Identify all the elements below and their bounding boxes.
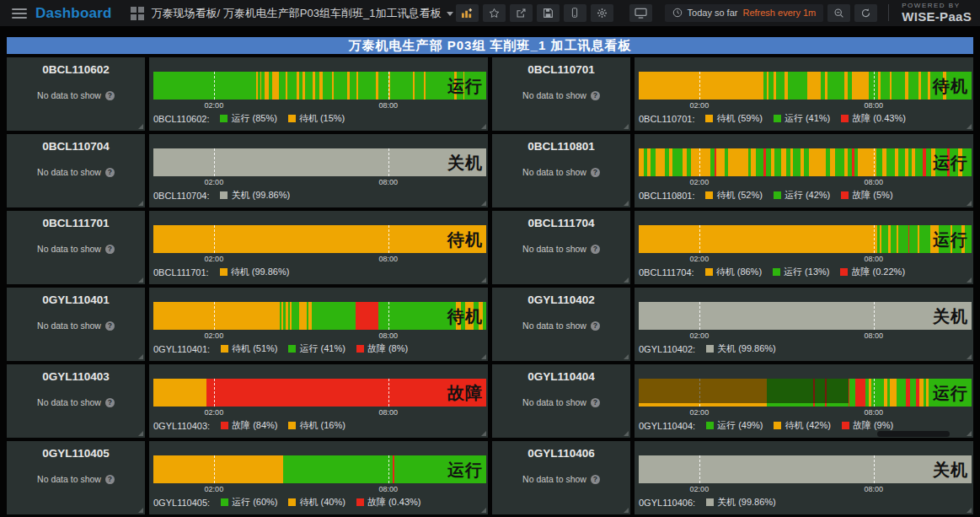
status-timeline[interactable]: 运行: [639, 225, 972, 253]
status-timeline[interactable]: 关机: [639, 455, 972, 483]
legend-entry: 故障 (84%): [221, 419, 277, 432]
status-timeline[interactable]: 运行: [639, 379, 972, 407]
status-timeline[interactable]: 运行: [153, 72, 486, 100]
status-timeline[interactable]: 运行: [639, 148, 972, 176]
help-icon[interactable]: ?: [105, 398, 115, 407]
axis-tick-label: 02:00: [690, 331, 710, 340]
status-timeline[interactable]: 待机: [153, 225, 486, 253]
help-icon[interactable]: ?: [105, 168, 115, 177]
legend-machine-id: 0GYL110406:: [639, 498, 695, 508]
breadcrumb[interactable]: 万泰现场看板/ 万泰机电生产部P03组车削班_1加工讯息看板: [152, 6, 454, 21]
star-button[interactable]: [483, 4, 506, 22]
timeline-legend: 0BCL110602:运行 (85%)待机 (15%): [153, 112, 486, 125]
share-button[interactable]: [510, 4, 533, 22]
settings-button[interactable]: [591, 4, 613, 22]
legend-color-swatch: [705, 268, 713, 276]
machine-id[interactable]: 0BCL110801: [492, 140, 630, 153]
no-data-text: No data to show?: [7, 90, 145, 100]
hamburger-menu-icon[interactable]: [12, 6, 27, 21]
machine-id[interactable]: 0GYL110404: [492, 370, 630, 383]
machine-id[interactable]: 0GYL110406: [492, 447, 630, 460]
legend-color-swatch: [288, 422, 296, 429]
gridline: [388, 148, 389, 176]
timeline-segment-off: [639, 455, 972, 483]
machine-id[interactable]: 0BCL111704: [492, 217, 630, 229]
gridline: [874, 148, 875, 176]
current-status-label: 待机: [447, 308, 483, 325]
timeline-segment-idle: [656, 148, 666, 176]
save-button[interactable]: [537, 4, 560, 22]
help-icon[interactable]: ?: [105, 245, 115, 254]
gridline: [214, 72, 215, 100]
axis-tick-label: 08:00: [379, 255, 399, 263]
axis-tick-label: 08:00: [865, 178, 884, 186]
legend-entry: 待机 (52%): [705, 189, 762, 202]
legend-machine-id: 0BCL111704:: [639, 267, 694, 277]
status-timeline[interactable]: 关机: [639, 302, 972, 330]
axis-tick-label: 08:00: [865, 408, 884, 417]
help-icon[interactable]: ?: [591, 168, 600, 177]
timeline-segment-run: [827, 72, 843, 100]
status-timeline[interactable]: 关机: [153, 148, 486, 176]
machine-id[interactable]: 0BCL110701: [492, 63, 630, 76]
help-icon[interactable]: ?: [105, 91, 115, 100]
help-icon[interactable]: ?: [105, 321, 115, 331]
help-icon[interactable]: ?: [591, 398, 600, 407]
top-nav: Dashboard 万泰现场看板/ 万泰机电生产部P03组车削班_1加工讯息看板: [0, 0, 980, 26]
dashboard-logo[interactable]: Dashboard: [35, 5, 112, 22]
panel-grid: 0BCL110602No data to show?运行02:0008:000B…: [7, 57, 973, 514]
status-timeline[interactable]: 故障: [153, 379, 486, 407]
status-timeline[interactable]: 运行: [153, 455, 486, 483]
machine-id[interactable]: 0GYL110403: [7, 370, 145, 383]
gridline: [699, 455, 700, 483]
no-data-label: No data to show: [37, 167, 101, 177]
help-icon[interactable]: ?: [591, 91, 600, 100]
help-icon[interactable]: ?: [105, 475, 115, 484]
legend-entry-label: 待机 (51%): [232, 342, 277, 355]
legend-color-swatch: [220, 115, 228, 122]
tv-mode-button[interactable]: [629, 4, 652, 22]
gridline: [699, 148, 700, 176]
axis-tick-label: 02:00: [690, 255, 710, 263]
legend-color-swatch: [356, 498, 364, 506]
mobile-view-button[interactable]: [564, 4, 586, 22]
machine-id[interactable]: 0GYL110405: [7, 447, 145, 460]
help-icon[interactable]: ?: [591, 245, 600, 254]
legend-entry: 待机 (86%): [705, 266, 762, 278]
axis-tick-label: 02:00: [690, 101, 710, 110]
machine-id[interactable]: 0BCL111701: [7, 217, 145, 229]
legend-color-swatch: [774, 422, 781, 429]
legend-machine-id: 0GYL110404:: [639, 421, 695, 431]
machine-id[interactable]: 0BCL110704: [7, 140, 145, 153]
axis-ticks: 02:0008:00: [153, 330, 486, 341]
zoom-out-button[interactable]: [827, 4, 850, 22]
axis-tick-label: 08:00: [865, 331, 884, 340]
add-panel-button[interactable]: [456, 4, 479, 22]
timeline-segment-run: [378, 302, 457, 330]
axis-ticks: 02:0008:00: [639, 330, 972, 341]
time-range-button[interactable]: Today so far Refresh every 1m: [665, 4, 824, 22]
machine-id[interactable]: 0GYL110401: [7, 294, 145, 306]
help-icon[interactable]: ?: [591, 321, 600, 331]
machine-id[interactable]: 0BCL110602: [7, 63, 145, 76]
help-icon[interactable]: ?: [591, 475, 600, 484]
axis-tick-label: 08:00: [865, 485, 884, 493]
machine-id[interactable]: 0GYL110402: [492, 294, 630, 306]
current-status-label: 运行: [933, 385, 968, 401]
scrollbar-artifact[interactable]: [877, 431, 950, 437]
no-data-text: No data to show?: [492, 320, 630, 331]
legend-machine-id: 0BCL111701:: [153, 267, 209, 277]
axis-tick-label: 02:00: [205, 331, 224, 340]
legend-entry-label: 故障 (0.43%): [852, 112, 906, 125]
legend-entry-label: 运行 (41%): [785, 112, 830, 125]
timeline-segment-idle: [890, 379, 897, 407]
monitor-icon: [635, 8, 647, 19]
refresh-button[interactable]: [854, 4, 877, 22]
legend-entry: 待机 (42%): [774, 419, 830, 432]
legend-color-swatch: [842, 422, 849, 429]
timeline-segment-run: [378, 72, 389, 100]
status-timeline[interactable]: 待机: [639, 72, 972, 100]
status-timeline[interactable]: 待机: [153, 302, 486, 330]
share-icon: [516, 8, 527, 19]
apps-grid-icon[interactable]: [131, 7, 144, 20]
